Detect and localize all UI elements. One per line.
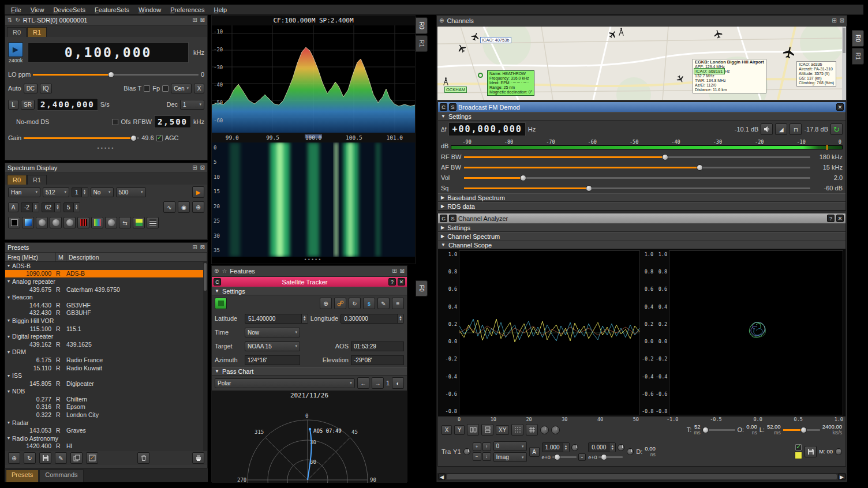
longitude-spinner[interactable]: 0.300000▲▼ — [341, 314, 404, 324]
refresh-rate-dropdown[interactable]: 500▾ — [116, 187, 146, 197]
workspace-tab-r0[interactable]: R0 — [852, 30, 864, 47]
channel-frequency-dial[interactable]: +00,000,000 — [448, 122, 525, 136]
workspace-tab-r0[interactable]: R0 — [416, 17, 428, 34]
scroll-right-button[interactable]: ▶ — [838, 474, 845, 480]
channel-settings-button[interactable]: C — [440, 215, 447, 222]
workspace-tab-f0[interactable]: F0 — [416, 280, 428, 296]
map-ockham-label[interactable]: OCKHAM — [444, 87, 467, 93]
expander-icon[interactable]: ▼ — [5, 279, 12, 283]
move-icon[interactable]: ⇅ — [8, 17, 12, 23]
expander-icon[interactable]: ▼ — [5, 389, 12, 393]
crosshair-icon[interactable]: ⊕ — [192, 201, 204, 213]
channel-settings-button[interactable]: C — [440, 103, 447, 111]
preset-row[interactable]: ▼ Beacon — [5, 293, 207, 301]
link-icon[interactable] — [334, 298, 346, 309]
preset-row[interactable]: ▼ 0.322 R London City — [5, 411, 207, 419]
swap-arrows-button[interactable]: ⇆ — [119, 217, 131, 228]
offset-knob[interactable] — [618, 444, 624, 451]
frequency-dial[interactable]: 0,100,000 — [28, 42, 189, 63]
latitude-spinner[interactable]: 51.400000▲▼ — [245, 314, 308, 324]
menu-item[interactable]: FeatureSets — [91, 6, 133, 14]
autoscale-trace-button[interactable]: A — [529, 447, 540, 457]
shrink-icon[interactable]: ⊞ — [192, 17, 197, 23]
expander-icon[interactable]: ▼ — [5, 264, 12, 268]
play-spectrum-button[interactable]: ▶ — [192, 186, 204, 198]
channel-scope-header[interactable]: ▼ Channel Scope — [438, 241, 845, 249]
fc-position-dropdown[interactable]: Cen▾ — [171, 84, 192, 93]
add-feature-icon[interactable]: ⊕ — [214, 268, 219, 274]
afbw-slider[interactable] — [464, 164, 810, 171]
spectrum-frequency-axis[interactable]: 99.099.5100.0100.5101.0 — [212, 133, 415, 142]
save-trace-button[interactable] — [805, 446, 817, 457]
volume-slider[interactable] — [464, 174, 810, 182]
prev-pass-button[interactable]: ← — [357, 377, 369, 389]
hold-button-3[interactable] — [63, 217, 76, 228]
grid-button[interactable] — [147, 217, 159, 228]
tab-presets[interactable]: Presets — [6, 470, 39, 482]
preset-row[interactable]: ▼ DRM — [5, 348, 207, 356]
workspace-tab-r1[interactable]: R1 — [852, 48, 864, 65]
waterfall-style-button[interactable] — [22, 217, 34, 228]
shrink-icon[interactable]: ⊞ — [192, 245, 197, 250]
panel-drag-handle[interactable]: ••••• — [5, 145, 207, 151]
close-icon[interactable]: ⊠ — [200, 245, 205, 250]
delete-preset-button[interactable] — [137, 452, 149, 464]
hold-button-1[interactable] — [36, 217, 48, 228]
help-button[interactable]: ? — [827, 215, 835, 222]
chart-mode-dropdown[interactable]: Polar▾ — [215, 378, 355, 388]
dc-button[interactable]: DC — [24, 84, 38, 93]
map-scrollbar[interactable] — [842, 27, 846, 100]
decimation-dropdown[interactable]: 1▾ — [180, 100, 204, 110]
edit-satellites-icon[interactable]: ✎ — [377, 298, 390, 309]
averaging-count-spinner[interactable]: 1▲▼ — [72, 187, 88, 197]
pass-chart-header[interactable]: ▼ Pass Chart — [212, 367, 407, 376]
start-tracker-button[interactable] — [215, 298, 227, 309]
scope-display[interactable]: 1.00.80.60.40.20.0-0.2-0.4-0.6-0.8 1.00.… — [438, 249, 845, 416]
fm-settings-header[interactable]: ▼ Settings — [438, 112, 845, 121]
shrink-icon[interactable]: ⊞ — [832, 18, 836, 24]
print-presets-button[interactable] — [192, 452, 204, 464]
start-device-button[interactable]: ▶ — [8, 42, 23, 57]
tab-r0[interactable]: R0 — [7, 27, 27, 37]
tab-commands[interactable]: Commands — [39, 470, 83, 482]
hold-button-2[interactable] — [50, 217, 62, 228]
preset-row[interactable]: ▼ Biggin Hill VOR — [5, 317, 207, 325]
delay-knob[interactable] — [627, 448, 634, 455]
agc-checkbox[interactable] — [156, 135, 163, 141]
menu-item[interactable]: Window — [134, 6, 165, 14]
next-pass-button[interactable]: → — [372, 377, 384, 389]
preset-row[interactable]: ▼ 1090.000 R ADS-B — [5, 270, 207, 278]
new-preset-button[interactable] — [86, 452, 98, 464]
expander-icon[interactable]: ▼ — [5, 295, 12, 299]
amplitude-exp-slider[interactable] — [552, 453, 577, 461]
feature-settings-button[interactable]: C — [214, 278, 221, 286]
workspace-tab-r1[interactable]: R1 — [416, 35, 428, 52]
reload-preset-button[interactable]: ↻ — [24, 452, 36, 464]
amplitude-knob[interactable] — [571, 444, 578, 451]
preset-row[interactable]: ▼ Radar — [5, 419, 207, 427]
refresh-icon[interactable]: ↻ — [349, 298, 361, 309]
tab-r0[interactable]: R0 — [7, 175, 27, 185]
trace-up-button[interactable]: ↑ — [482, 442, 491, 451]
black-style-button[interactable] — [8, 217, 20, 228]
sample-rate-dial[interactable]: 2,400,000 — [37, 98, 98, 111]
sr-button[interactable]: SR — [21, 100, 35, 110]
palette-button[interactable] — [133, 217, 145, 228]
channel-spectrum-header[interactable]: ▶ Channel Spectrum — [438, 232, 845, 241]
remove-trace-button[interactable]: − — [473, 452, 481, 461]
transverter-button[interactable]: X — [194, 84, 204, 93]
preset-row[interactable]: ▼ 0.316 R Epsom — [5, 403, 207, 411]
presets-scrollbar[interactable] — [203, 262, 207, 451]
edit-preset-button[interactable]: ✎ — [55, 452, 67, 464]
fft-size-dropdown[interactable]: 512▾ — [43, 187, 69, 197]
trace-input-dropdown[interactable]: 0▾ — [493, 441, 527, 451]
expander-icon[interactable]: ▼ — [5, 436, 12, 440]
autostart-icon[interactable]: s — [363, 298, 375, 309]
time-dropdown[interactable]: Now▾ — [245, 328, 300, 337]
target-dropdown[interactable]: NOAA 15▾ — [245, 341, 300, 351]
baseband-spectrum-header[interactable]: ▶ Baseband Spectrum — [438, 193, 845, 202]
panel-drag-handle[interactable]: ••••• — [212, 257, 415, 262]
horizontal-panes-icon[interactable] — [467, 424, 479, 436]
tab-r1[interactable]: R1 — [27, 27, 47, 37]
bias-t-checkbox[interactable] — [144, 85, 150, 92]
